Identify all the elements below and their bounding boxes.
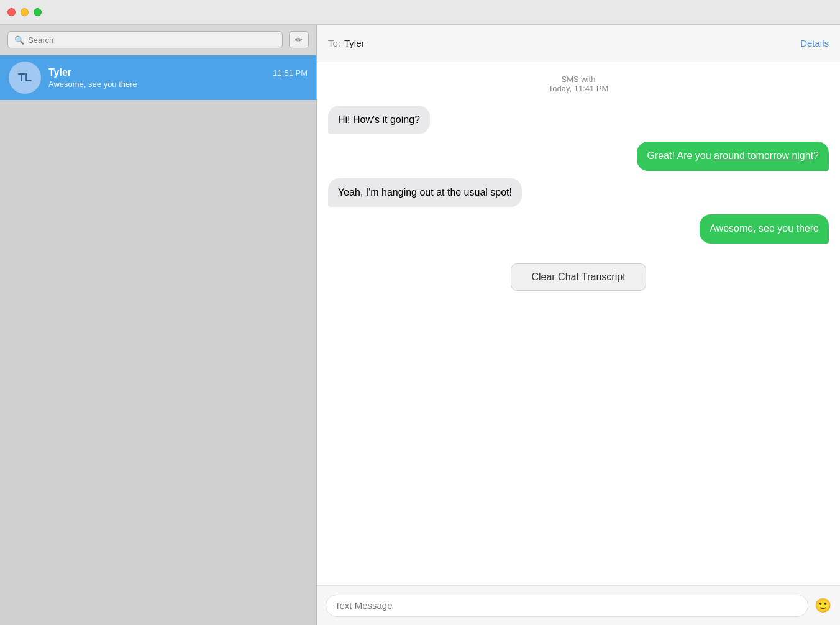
message-row: Hi! How's it going? <box>328 106 829 134</box>
messages-area: SMS with Today, 11:41 PM Hi! How's it go… <box>317 62 840 585</box>
message-bubble: Hi! How's it going? <box>328 106 430 134</box>
app-container: 🔍 ✏ TL Tyler 11:51 PM Awesome, see you t… <box>0 25 840 625</box>
conversation-name: Tyler <box>48 67 71 78</box>
message-bubble: Great! Are you around tomorrow night? <box>637 142 829 170</box>
message-row: Awesome, see you there <box>328 214 829 243</box>
conversation-time: 11:51 PM <box>273 68 308 78</box>
conversation-item-tyler[interactable]: TL Tyler 11:51 PM Awesome, see you there <box>0 55 316 100</box>
sidebar: 🔍 ✏ TL Tyler 11:51 PM Awesome, see you t… <box>0 25 317 625</box>
input-bar: 🙂 <box>317 585 840 625</box>
message-row: Great! Are you around tomorrow night? <box>328 142 829 170</box>
avatar-tyler: TL <box>9 62 41 94</box>
sidebar-toolbar: 🔍 ✏ <box>0 25 316 55</box>
message-bubble: Yeah, I'm hanging out at the usual spot! <box>328 178 522 207</box>
chat-recipient-row: To: Tyler <box>328 38 800 48</box>
maximize-button[interactable] <box>34 8 42 16</box>
search-bar: 🔍 <box>7 31 283 48</box>
sms-time: Today, 11:41 PM <box>328 84 829 93</box>
conversation-list: TL Tyler 11:51 PM Awesome, see you there <box>0 55 316 625</box>
clear-transcript-button[interactable]: Clear Chat Transcript <box>511 263 646 291</box>
emoji-button[interactable]: 🙂 <box>815 599 831 613</box>
recipient-name: Tyler <box>344 38 365 48</box>
sms-header: SMS with Today, 11:41 PM <box>328 75 829 93</box>
message-link[interactable]: around tomorrow night <box>714 150 813 161</box>
conversation-preview: Awesome, see you there <box>48 80 308 89</box>
message-bubble: Awesome, see you there <box>700 214 829 243</box>
sms-label: SMS with <box>328 75 829 84</box>
close-button[interactable] <box>7 8 16 16</box>
search-icon: 🔍 <box>14 35 24 45</box>
search-input[interactable] <box>28 35 276 45</box>
chat-header: To: Tyler Details <box>317 25 840 62</box>
chat-panel: To: Tyler Details SMS with Today, 11:41 … <box>317 25 840 625</box>
to-label: To: <box>328 38 340 48</box>
compose-button[interactable]: ✏ <box>289 31 309 48</box>
message-input[interactable] <box>326 595 808 617</box>
minimize-button[interactable] <box>21 8 29 16</box>
conversation-details: Tyler 11:51 PM Awesome, see you there <box>48 67 308 89</box>
conversation-name-row: Tyler 11:51 PM <box>48 67 308 78</box>
details-button[interactable]: Details <box>800 38 829 48</box>
compose-icon: ✏ <box>295 35 303 45</box>
message-row: Yeah, I'm hanging out at the usual spot! <box>328 178 829 207</box>
titlebar <box>0 0 840 25</box>
